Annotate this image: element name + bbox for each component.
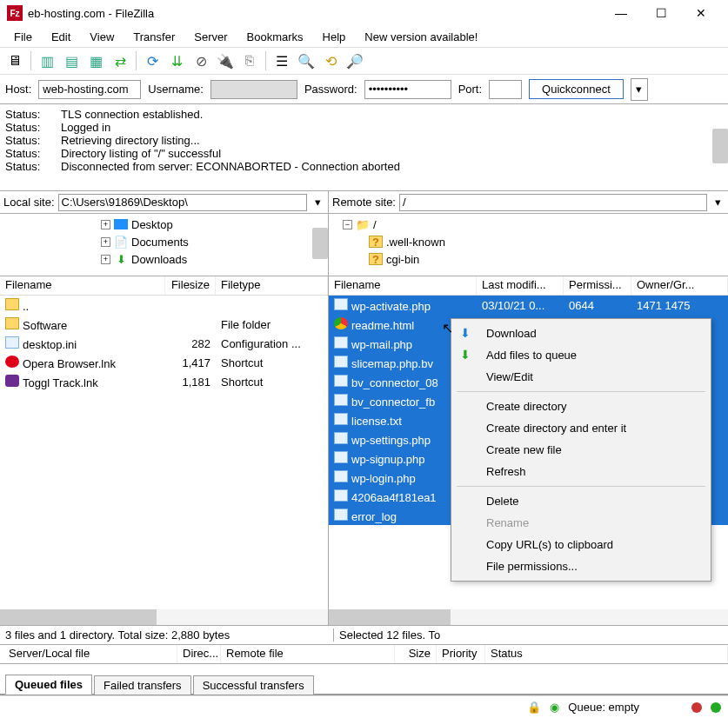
list-item[interactable]: wp-activate.php03/10/21 0...06441471 147… <box>329 296 728 315</box>
tree-item[interactable]: −📁/ <box>334 216 723 233</box>
tree-item[interactable]: +⬇Downloads <box>5 250 323 268</box>
search-icon[interactable]: 🔎 <box>344 50 366 72</box>
username-input[interactable] <box>210 80 297 99</box>
refresh-icon[interactable]: ⟳ <box>141 50 164 72</box>
ctx-create-directory-enter[interactable]: Create directory and enter it <box>451 417 711 439</box>
ctx-add-to-queue[interactable]: ⬇Add files to queue <box>451 344 711 366</box>
menu-transfer[interactable]: Transfer <box>124 29 184 45</box>
php-file-icon <box>334 489 348 502</box>
quickconnect-button[interactable]: Quickconnect <box>529 79 624 99</box>
menu-new-version[interactable]: New version available! <box>356 29 486 45</box>
php-file-icon <box>334 356 348 368</box>
close-button[interactable]: ✕ <box>681 0 721 26</box>
tab-successful[interactable]: Successful transfers <box>193 675 314 695</box>
qh-priority[interactable]: Priority <box>437 645 485 663</box>
col-filesize[interactable]: Filesize <box>165 276 216 295</box>
update-indicator-icon[interactable]: ◉ <box>550 701 559 714</box>
filter-icon[interactable]: ☰ <box>270 50 293 72</box>
ini-file-icon <box>5 336 19 349</box>
expander-icon[interactable]: − <box>343 220 352 229</box>
ctx-download[interactable]: ⬇Download <box>451 322 711 344</box>
toggle-local-tree-icon[interactable]: ▤ <box>60 50 83 72</box>
sync-browse-icon[interactable]: ⟲ <box>319 50 342 72</box>
statusbar: 🔒 ◉ Queue: empty <box>0 695 728 718</box>
port-input[interactable] <box>489 80 522 99</box>
menu-edit[interactable]: Edit <box>43 29 79 45</box>
expander-icon[interactable]: + <box>101 237 110 247</box>
list-item[interactable]: Toggl Track.lnk1,181Shortcut <box>0 372 328 391</box>
menubar: File Edit View Transfer Server Bookmarks… <box>0 26 728 47</box>
reconnect-icon[interactable]: ⎘ <box>238 50 261 72</box>
tree-item[interactable]: ?cgi-bin <box>334 250 723 268</box>
menu-bookmarks[interactable]: Bookmarks <box>238 29 312 45</box>
menu-server[interactable]: Server <box>185 29 236 45</box>
local-hscroll[interactable] <box>0 609 328 625</box>
list-item[interactable]: SoftwareFile folder <box>0 315 328 334</box>
local-site-dropdown[interactable]: ▾ <box>311 196 324 209</box>
ctx-create-directory[interactable]: Create directory <box>451 396 711 417</box>
context-menu: ⬇Download ⬇Add files to queue View/Edit … <box>451 318 711 582</box>
window-title: eb-hosting.com - FileZilla <box>28 7 601 20</box>
list-item[interactable]: Opera Browser.lnk1,417Shortcut <box>0 353 328 372</box>
qh-remotefile[interactable]: Remote file <box>221 645 395 663</box>
qh-serverfile[interactable]: Server/Local file <box>3 645 177 663</box>
toggle-queue-icon[interactable]: ⇄ <box>109 50 131 72</box>
lock-icon[interactable]: 🔒 <box>527 701 541 714</box>
unknown-folder-icon: ? <box>369 236 383 248</box>
directory-compare-icon[interactable]: 🔍 <box>295 50 317 72</box>
ctx-view-edit[interactable]: View/Edit <box>451 366 711 388</box>
toggle-remote-tree-icon[interactable]: ▦ <box>84 50 107 72</box>
ctx-delete[interactable]: Delete <box>451 490 711 512</box>
menu-view[interactable]: View <box>81 29 123 45</box>
col-filetype[interactable]: Filetype <box>216 276 328 295</box>
password-input[interactable] <box>364 80 451 99</box>
local-file-pane: Filename Filesize Filetype .. SoftwareFi… <box>0 276 329 625</box>
minimize-button[interactable]: — <box>601 0 641 26</box>
col-filename[interactable]: Filename <box>329 276 477 295</box>
remote-site-input[interactable] <box>399 194 707 211</box>
maximize-button[interactable]: ☐ <box>641 0 681 26</box>
php-file-icon <box>334 375 348 387</box>
remote-site-dropdown[interactable]: ▾ <box>711 196 725 209</box>
qh-status[interactable]: Status <box>485 645 728 663</box>
tab-queued[interactable]: Queued files <box>5 675 92 695</box>
qh-size[interactable]: Size <box>395 645 437 663</box>
local-site-input[interactable] <box>58 194 307 211</box>
col-owner[interactable]: Owner/Gr... <box>631 276 728 295</box>
remote-hscroll[interactable] <box>329 609 728 625</box>
ctx-copy-url[interactable]: Copy URL(s) to clipboard <box>451 534 711 555</box>
site-manager-icon[interactable]: 🖥 <box>3 50 26 72</box>
tree-scrollbar[interactable] <box>312 228 328 259</box>
menu-file[interactable]: File <box>5 29 41 45</box>
log-message: Logged in <box>61 121 110 134</box>
tree-item[interactable]: +📄Documents <box>5 233 323 250</box>
col-modified[interactable]: Last modifi... <box>477 276 564 295</box>
list-item[interactable]: .. <box>0 296 328 315</box>
expander-icon[interactable]: + <box>101 255 110 264</box>
activity-download-icon <box>691 702 702 713</box>
tree-item[interactable]: +Desktop <box>5 216 323 233</box>
process-queue-icon[interactable]: ⇊ <box>165 50 188 72</box>
queue-body <box>0 664 728 675</box>
tab-failed[interactable]: Failed transfers <box>94 675 191 695</box>
php-file-icon <box>334 470 348 482</box>
cancel-icon[interactable]: ⊘ <box>190 50 212 72</box>
tree-item[interactable]: ?.well-known <box>334 233 723 250</box>
php-file-icon <box>334 336 348 349</box>
download-arrow-icon: ⬇ <box>460 326 471 340</box>
col-permissions[interactable]: Permissi... <box>564 276 631 295</box>
ctx-create-new-file[interactable]: Create new file <box>451 439 711 461</box>
quickconnect-dropdown[interactable]: ▾ <box>631 78 648 101</box>
host-input[interactable] <box>38 80 141 99</box>
expander-icon[interactable]: + <box>101 220 110 229</box>
menu-help[interactable]: Help <box>314 29 355 45</box>
ctx-file-permissions[interactable]: File permissions... <box>451 555 711 577</box>
php-file-icon <box>334 413 348 425</box>
ctx-refresh[interactable]: Refresh <box>451 461 711 482</box>
log-scrollbar[interactable] <box>712 129 728 163</box>
list-item[interactable]: desktop.ini282Configuration ... <box>0 334 328 353</box>
col-filename[interactable]: Filename <box>0 276 165 295</box>
qh-direction[interactable]: Direc... <box>177 645 221 663</box>
toggle-log-icon[interactable]: ▥ <box>36 50 58 72</box>
disconnect-icon[interactable]: 🔌 <box>214 50 237 72</box>
